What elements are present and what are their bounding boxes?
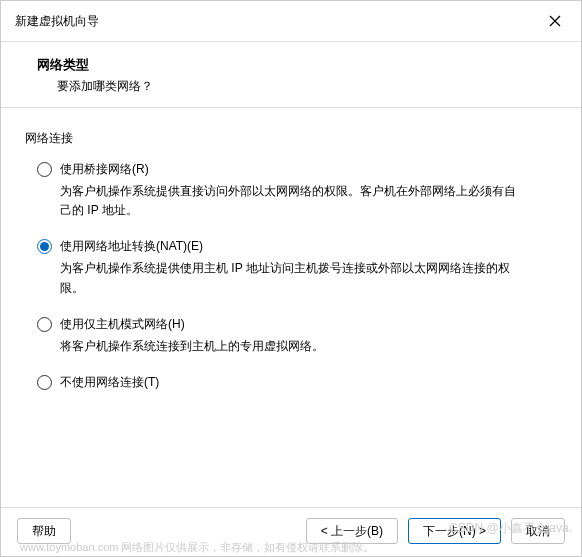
network-radio-group: 使用桥接网络(R) 为客户机操作系统提供直接访问外部以太网网络的权限。客户机在外… [25, 161, 557, 391]
radio-icon [37, 375, 52, 390]
wizard-header: 网络类型 要添加哪类网络？ [1, 42, 581, 108]
radio-label: 使用桥接网络(R) [60, 161, 149, 178]
radio-icon [37, 239, 52, 254]
radio-label: 使用仅主机模式网络(H) [60, 316, 185, 333]
close-icon [549, 15, 561, 27]
radio-label: 不使用网络连接(T) [60, 374, 159, 391]
radio-icon [37, 162, 52, 177]
watermark-right: CSDN @小鑫不会java. [449, 520, 572, 537]
wizard-content: 网络连接 使用桥接网络(R) 为客户机操作系统提供直接访问外部以太网网络的权限。… [1, 108, 581, 507]
page-subtitle: 要添加哪类网络？ [37, 78, 561, 95]
radio-none[interactable]: 不使用网络连接(T) [37, 374, 557, 391]
radio-icon [37, 317, 52, 332]
section-label: 网络连接 [25, 130, 557, 147]
wizard-dialog: 新建虚拟机向导 网络类型 要添加哪类网络？ 网络连接 使用桥接网络(R) 为客户… [0, 0, 582, 557]
page-title: 网络类型 [37, 56, 561, 74]
radio-nat[interactable]: 使用网络地址转换(NAT)(E) [37, 238, 557, 255]
radio-label: 使用网络地址转换(NAT)(E) [60, 238, 203, 255]
radio-option-bridged: 使用桥接网络(R) 为客户机操作系统提供直接访问外部以太网网络的权限。客户机在外… [37, 161, 557, 220]
titlebar: 新建虚拟机向导 [1, 1, 581, 42]
radio-option-nat: 使用网络地址转换(NAT)(E) 为客户机操作系统提供使用主机 IP 地址访问主… [37, 238, 557, 297]
radio-hostonly[interactable]: 使用仅主机模式网络(H) [37, 316, 557, 333]
window-title: 新建虚拟机向导 [15, 13, 99, 30]
radio-description: 为客户机操作系统提供使用主机 IP 地址访问主机拨号连接或外部以太网网络连接的权… [37, 259, 527, 297]
close-button[interactable] [541, 9, 569, 33]
radio-description: 为客户机操作系统提供直接访问外部以太网网络的权限。客户机在外部网络上必须有自己的… [37, 182, 527, 220]
watermark-bottom: www.toymoban.com 网络图片仅供展示，非存储，如有侵权请联系删除。 [20, 540, 374, 555]
radio-bridged[interactable]: 使用桥接网络(R) [37, 161, 557, 178]
radio-option-hostonly: 使用仅主机模式网络(H) 将客户机操作系统连接到主机上的专用虚拟网络。 [37, 316, 557, 356]
radio-option-none: 不使用网络连接(T) [37, 374, 557, 391]
radio-description: 将客户机操作系统连接到主机上的专用虚拟网络。 [37, 337, 527, 356]
